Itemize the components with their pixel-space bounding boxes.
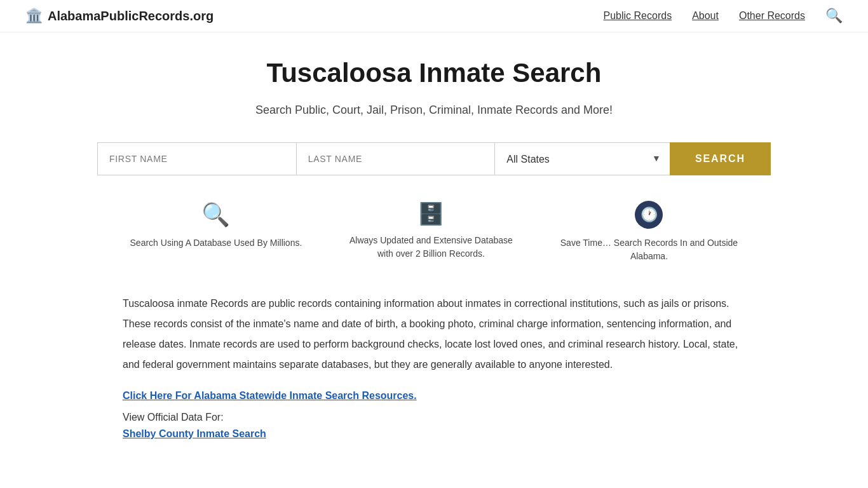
feature-search-db-text: Search Using A Database Used By Millions… xyxy=(130,236,302,250)
feature-save-time-text: Save Time… Search Records In and Outside… xyxy=(560,236,738,263)
statewide-search-link[interactable]: Click Here For Alabama Statewide Inmate … xyxy=(123,390,417,401)
main-nav: Public Records About Other Records 🔍 xyxy=(604,8,843,24)
search-button[interactable]: SEARCH xyxy=(670,142,771,175)
last-name-input[interactable] xyxy=(296,142,495,175)
features-row: 🔍 Search Using A Database Used By Millio… xyxy=(97,201,771,263)
nav-search-icon[interactable]: 🔍 xyxy=(825,8,843,24)
state-select-wrapper: All StatesAlabamaAlaskaArizonaArkansasCa… xyxy=(494,142,670,175)
description-section: Tuscaloosa inmate Records are public rec… xyxy=(97,294,771,440)
page-title: Tuscaloosa Inmate Search xyxy=(97,58,771,88)
nav-public-records[interactable]: Public Records xyxy=(604,10,672,22)
search-db-icon: 🔍 xyxy=(202,201,230,229)
site-logo[interactable]: 🏛️ AlabamaPublicRecords.org xyxy=(25,8,214,24)
search-form: All StatesAlabamaAlaskaArizonaArkansasCa… xyxy=(97,142,771,175)
feature-updated-db: 🗄️ Always Updated and Extensive Database… xyxy=(342,201,520,261)
nav-about[interactable]: About xyxy=(692,10,719,22)
feature-save-time: 🕐 Save Time… Search Records In and Outsi… xyxy=(560,201,738,263)
nav-other-records[interactable]: Other Records xyxy=(739,10,805,22)
logo-building-icon: 🏛️ xyxy=(25,8,43,24)
feature-updated-db-text: Always Updated and Extensive Database wi… xyxy=(342,234,520,261)
state-select[interactable]: All StatesAlabamaAlaskaArizonaArkansasCa… xyxy=(494,142,670,175)
clock-icon: 🕐 xyxy=(635,201,663,229)
page-subtitle: Search Public, Court, Jail, Prison, Crim… xyxy=(97,104,771,117)
feature-search-db: 🔍 Search Using A Database Used By Millio… xyxy=(130,201,302,250)
view-official-label: View Official Data For: xyxy=(123,412,745,423)
database-icon: 🗄️ xyxy=(417,201,444,226)
first-name-input[interactable] xyxy=(97,142,296,175)
logo-text: AlabamaPublicRecords.org xyxy=(48,9,214,24)
shelby-county-link[interactable]: Shelby County Inmate Search xyxy=(123,428,266,439)
description-body: Tuscaloosa inmate Records are public rec… xyxy=(123,294,745,375)
